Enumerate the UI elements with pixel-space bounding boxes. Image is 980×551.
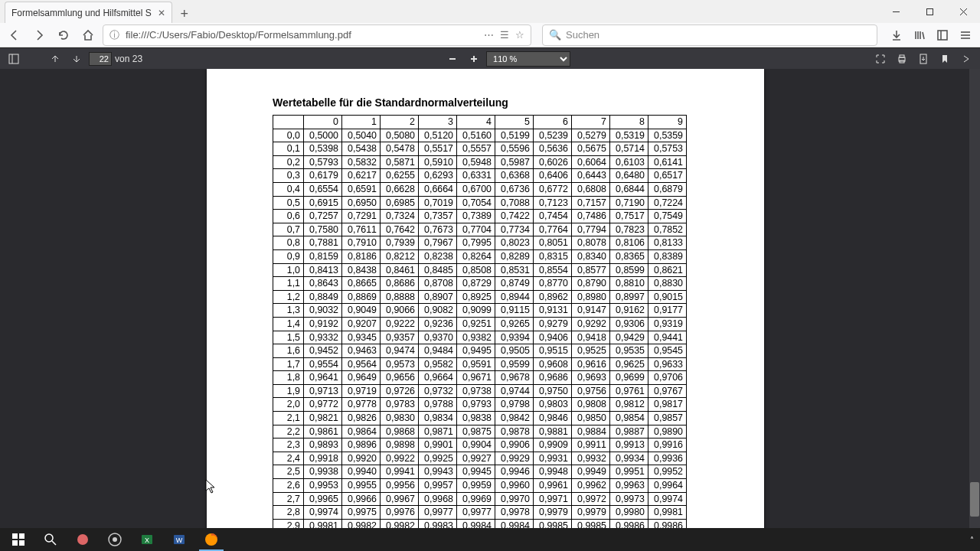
forward-button[interactable]	[29, 25, 49, 45]
search-bar[interactable]: 🔍 Suchen	[542, 24, 877, 46]
print-button[interactable]	[893, 51, 911, 67]
table-cell: 0,9279	[534, 317, 572, 331]
taskbar-search-button[interactable]	[35, 528, 66, 551]
table-cell: 0,9868	[381, 425, 419, 439]
table-cell: 0,9738	[457, 384, 495, 398]
new-tab-button[interactable]: +	[175, 5, 194, 23]
table-cell: 0,9953	[304, 479, 342, 493]
table-cell: 0,8888	[381, 290, 419, 304]
table-cell: 0,9793	[457, 398, 495, 412]
table-cell: 0,7389	[457, 210, 495, 223]
table-cell: 0,8708	[419, 277, 457, 291]
table-cell: 0,9032	[304, 304, 342, 318]
window-minimize-button[interactable]	[879, 0, 913, 23]
taskbar-app-1[interactable]	[67, 528, 98, 551]
toggle-sidebar-button[interactable]	[5, 51, 23, 67]
table-cell: 0,6331	[457, 169, 495, 183]
system-tray[interactable]: ˄	[970, 536, 977, 544]
download-button[interactable]	[914, 51, 933, 67]
table-cell: 0,5398	[304, 142, 342, 156]
window-close-button[interactable]	[946, 0, 980, 23]
table-cell: 0,9744	[495, 384, 534, 398]
table-cell: 0,8729	[457, 277, 495, 291]
table-cell: 0,9854	[610, 412, 648, 425]
downloads-button[interactable]	[887, 25, 906, 45]
table-cell: 0,9936	[648, 452, 687, 465]
table-cell: 0,5793	[304, 155, 342, 169]
zoom-out-button[interactable]	[443, 51, 462, 67]
table-cell: 0,9857	[648, 412, 687, 425]
table-cell: 0,8925	[457, 290, 495, 304]
table-cell: 0,9893	[304, 439, 342, 452]
table-cell: 0,8621	[648, 263, 687, 277]
close-tab-icon[interactable]: ✕	[158, 8, 165, 18]
table-cell: 0,9890	[648, 425, 687, 439]
browser-tab[interactable]: Formelsammlung und Hilfsmittel S ✕	[5, 2, 172, 23]
table-cell: 0,9767	[648, 384, 687, 398]
table-cell: 0,9871	[419, 425, 457, 439]
table-cell: 0,9370	[419, 331, 457, 344]
bookmark-button[interactable]	[936, 51, 954, 67]
table-cell: 2,3	[273, 439, 304, 452]
table-cell: 0,7291	[342, 210, 381, 223]
page-number-input[interactable]	[89, 52, 112, 66]
back-button[interactable]	[5, 25, 24, 45]
table-cell: 0,9441	[648, 331, 687, 344]
reload-button[interactable]	[54, 25, 74, 45]
taskbar-app-excel[interactable]: X	[132, 528, 162, 551]
table-header-cell: 4	[457, 116, 495, 129]
tools-button[interactable]	[957, 51, 975, 67]
table-cell: 0,9963	[610, 479, 648, 493]
prev-page-button[interactable]	[46, 51, 64, 67]
table-cell: 0,0	[273, 129, 304, 142]
table-cell: 0,9798	[495, 398, 534, 412]
sidebar-button[interactable]	[933, 25, 952, 45]
tray-overflow-icon[interactable]: ˄	[970, 536, 974, 544]
app-menu-button[interactable]	[956, 25, 975, 45]
table-cell: 0,9957	[419, 479, 457, 493]
table-cell: 0,9131	[534, 304, 572, 318]
table-cell: 0,9817	[648, 398, 687, 412]
table-cell: 0,9918	[304, 452, 342, 465]
vertical-scrollbar[interactable]	[969, 69, 980, 551]
page-actions-icon[interactable]: ⋯	[484, 29, 494, 41]
table-cell: 2,1	[273, 412, 304, 425]
presentation-button[interactable]	[871, 51, 890, 67]
table-cell: 0,7852	[648, 223, 687, 236]
table-cell: 0,9177	[648, 304, 687, 318]
table-cell: 0,7088	[495, 196, 534, 210]
site-info-icon[interactable]: ⓘ	[109, 28, 119, 42]
table-cell: 0,9649	[342, 371, 381, 385]
url-bar[interactable]: ⓘ file:///C:/Users/Fabio/Desktop/Formels…	[103, 24, 531, 46]
table-cell: 0,8790	[572, 277, 610, 291]
table-cell: 0,9222	[381, 317, 419, 331]
zoom-in-button[interactable]	[465, 51, 483, 67]
bookmark-star-icon[interactable]: ☆	[515, 29, 524, 41]
table-cell: 0,9345	[342, 331, 381, 344]
table-cell: 0,9920	[342, 452, 381, 465]
next-page-button[interactable]	[67, 51, 86, 67]
taskbar-app-obs[interactable]	[100, 528, 130, 551]
taskbar-app-word[interactable]: W	[164, 528, 194, 551]
pdf-viewport[interactable]: Wertetabelle für die Standardnormalverte…	[0, 69, 980, 551]
table-cell: 0,9916	[648, 439, 687, 452]
home-button[interactable]	[78, 25, 98, 45]
reader-mode-icon[interactable]: ☰	[500, 29, 509, 41]
library-button[interactable]	[910, 25, 929, 45]
scrollbar-thumb[interactable]	[970, 482, 979, 517]
table-cell: 0,9946	[495, 465, 534, 479]
table-cell: 0,8461	[381, 263, 419, 277]
table-row: 0,30,61790,62170,62550,62930,63310,63680…	[273, 169, 687, 183]
start-button[interactable]	[3, 528, 34, 551]
table-cell: 0,9463	[342, 344, 381, 358]
window-maximize-button[interactable]	[913, 0, 946, 23]
taskbar-app-firefox[interactable]	[196, 528, 227, 551]
table-cell: 0,9977	[419, 506, 457, 520]
table-cell: 0,8389	[648, 249, 687, 263]
table-cell: 0,9830	[381, 412, 419, 425]
zoom-select[interactable]: 110 %	[486, 51, 570, 67]
table-cell: 0,8365	[610, 249, 648, 263]
table-cell: 0,9965	[304, 492, 342, 506]
table-cell: 0,9495	[457, 344, 495, 358]
table-cell: 0,6	[273, 210, 304, 223]
